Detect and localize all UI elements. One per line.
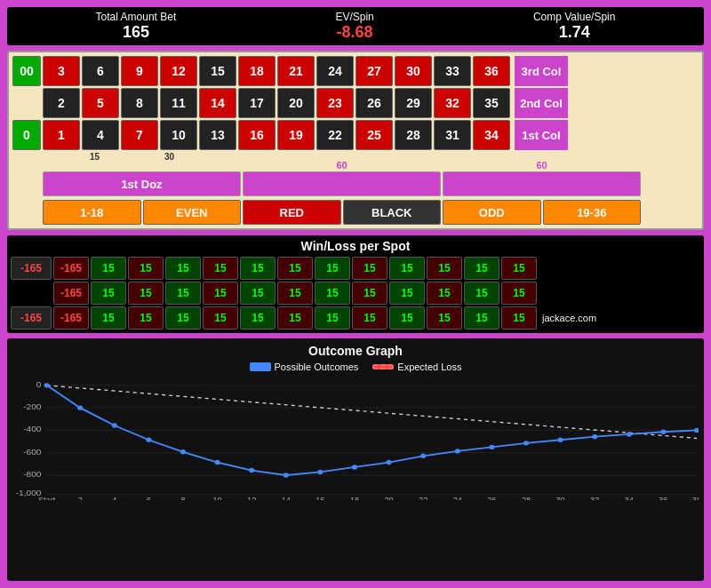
num-22[interactable]: 22 xyxy=(316,120,354,150)
num-29[interactable]: 29 xyxy=(395,88,432,118)
zero-00[interactable]: 00 xyxy=(12,56,41,86)
bet-red[interactable]: RED xyxy=(243,200,341,225)
num-15[interactable]: 15 xyxy=(199,56,236,86)
wl-cell: 15 xyxy=(203,306,238,330)
wl-cell: 15 xyxy=(277,306,313,330)
num-5[interactable]: 5 xyxy=(82,88,119,118)
wl-cell: 15 xyxy=(128,282,164,305)
num-24[interactable]: 24 xyxy=(316,56,354,86)
num-30[interactable]: 30 xyxy=(395,56,432,86)
num-34[interactable]: 34 xyxy=(473,120,510,150)
dozen-3rd[interactable]: 60 xyxy=(443,171,641,196)
dozen-2nd[interactable]: 60 xyxy=(243,171,441,196)
num-1[interactable]: 1 xyxy=(43,120,80,150)
wl-cell: 15 xyxy=(91,282,126,305)
num-27[interactable]: 27 xyxy=(356,56,393,86)
table-grid: 00 0 3 6 9 12 15 18 21 24 27 30 xyxy=(12,56,699,225)
num-35[interactable]: 35 xyxy=(473,88,510,118)
svg-text:-600: -600 xyxy=(23,447,41,456)
svg-point-25 xyxy=(420,454,426,458)
wl-cell: -165 xyxy=(53,306,89,330)
num-33[interactable]: 33 xyxy=(434,56,471,86)
graph-legend: Possible Outcomes Expected Loss xyxy=(12,362,699,372)
wl-cell: 15 xyxy=(315,282,350,305)
num-32[interactable]: 32 xyxy=(434,88,471,118)
wl-cell: 15 xyxy=(277,282,313,305)
num-18[interactable]: 18 xyxy=(238,56,276,86)
svg-text:22: 22 xyxy=(419,496,427,500)
num-28[interactable]: 28 xyxy=(395,120,432,150)
num-2[interactable]: 2 xyxy=(43,88,80,118)
svg-text:30: 30 xyxy=(555,496,564,500)
stats-header: Total Amount Bet 165 EV/Spin -8.68 Comp … xyxy=(7,7,704,45)
total-bet-value: 165 xyxy=(96,23,177,42)
num-9[interactable]: 9 xyxy=(121,56,158,86)
bet-19-36[interactable]: 19-36 xyxy=(543,200,642,225)
num-8[interactable]: 8 xyxy=(121,88,158,118)
num-19[interactable]: 19 xyxy=(277,120,315,150)
zeros-column: 00 0 xyxy=(12,56,41,225)
num-21[interactable]: 21 xyxy=(277,56,315,86)
num-13[interactable]: 13 xyxy=(199,120,236,150)
num-6[interactable]: 6 xyxy=(82,56,119,86)
wl-cell: 15 xyxy=(240,306,276,330)
wl-cell: -165 xyxy=(11,257,52,280)
num-4[interactable]: 415 xyxy=(82,120,119,150)
bet-odd[interactable]: ODD xyxy=(443,200,541,225)
wl-cell: 15 xyxy=(203,257,238,280)
wl-cell: 15 xyxy=(352,257,387,280)
wl-cell: 15 xyxy=(501,257,537,280)
wl-cell: 15 xyxy=(464,257,499,280)
num-25[interactable]: 25 xyxy=(356,120,393,150)
svg-point-27 xyxy=(489,445,494,449)
bet-even[interactable]: EVEN xyxy=(143,200,242,225)
num-17[interactable]: 17 xyxy=(238,88,276,118)
bet-black[interactable]: BLACK xyxy=(343,200,442,225)
jackace-label: jackace.com xyxy=(542,313,596,323)
svg-text:10: 10 xyxy=(212,496,221,500)
svg-text:36: 36 xyxy=(659,496,667,500)
outside-bets-row: 1-18 EVEN RED BLACK ODD 19-36 xyxy=(43,200,699,225)
numbers-area: 3 6 9 12 15 18 21 24 27 30 33 36 3rd Col… xyxy=(43,56,699,225)
num-7[interactable]: 7 xyxy=(121,120,158,150)
num-23[interactable]: 23 xyxy=(316,88,354,118)
svg-point-16 xyxy=(112,423,117,427)
winloss-grid: -165 -165 15 15 15 15 15 15 15 15 15 15 … xyxy=(11,257,700,330)
winloss-section: Win/Loss per Spot -165 -165 15 15 15 15 … xyxy=(7,235,704,333)
num-3[interactable]: 3 xyxy=(43,56,80,86)
svg-text:0: 0 xyxy=(36,379,42,388)
wl-cell: -165 xyxy=(53,282,89,305)
wl-cell: -165 xyxy=(53,257,89,280)
num-31[interactable]: 31 xyxy=(434,120,471,150)
legend-expected: Expected Loss xyxy=(372,362,461,372)
graph-title: Outcome Graph xyxy=(12,344,699,358)
wl-cell: 15 xyxy=(427,257,462,280)
num-16[interactable]: 16 xyxy=(238,120,276,150)
num-12[interactable]: 12 xyxy=(160,56,197,86)
wl-cell: 15 xyxy=(427,282,462,305)
total-bet-label: Total Amount Bet xyxy=(96,11,177,23)
graph-section: Outcome Graph Possible Outcomes Expected… xyxy=(7,338,704,581)
legend-expected-color xyxy=(372,364,394,369)
zero-0[interactable]: 0 xyxy=(12,120,41,150)
ev-value: -8.68 xyxy=(335,23,373,42)
svg-point-23 xyxy=(352,465,357,469)
dozen-1st[interactable]: 1st Doz xyxy=(43,171,241,196)
num-36[interactable]: 36 xyxy=(473,56,510,86)
comp-label: Comp Value/Spin xyxy=(533,11,616,23)
num-14[interactable]: 14 xyxy=(199,88,236,118)
wl-cell: 15 xyxy=(464,306,499,330)
graph-svg: 0 -200 -400 -600 -800 -1,000 xyxy=(12,376,699,500)
svg-text:8: 8 xyxy=(180,496,185,500)
wl-cell: 15 xyxy=(427,306,462,330)
wl-cell: 15 xyxy=(165,306,201,330)
num-26[interactable]: 26 xyxy=(356,88,393,118)
wl-cell: 15 xyxy=(128,306,164,330)
num-20[interactable]: 20 xyxy=(277,88,315,118)
wl-cell: 15 xyxy=(501,282,537,305)
bet-1-18[interactable]: 1-18 xyxy=(43,200,141,225)
num-10[interactable]: 1030 xyxy=(160,120,197,150)
col-3rd-label: 3rd Col xyxy=(515,56,568,86)
num-11[interactable]: 11 xyxy=(160,88,197,118)
col-2nd-label: 2nd Col xyxy=(515,88,568,118)
